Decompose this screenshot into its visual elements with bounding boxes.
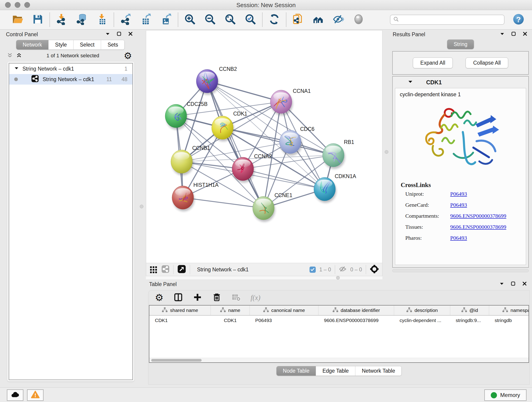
show-columns-icon[interactable] [174, 293, 183, 303]
tab-string[interactable]: String [447, 40, 474, 49]
network-edge[interactable] [183, 198, 264, 208]
panel-menu-icon[interactable] [105, 31, 110, 38]
section-collapse-arrow-icon[interactable] [408, 79, 413, 85]
table-row[interactable]: CDK1CDK1P064939606.ENSP00000378699cyclin… [149, 316, 529, 325]
selected-checkbox-icon[interactable] [310, 267, 316, 273]
show-all-button[interactable] [352, 13, 365, 26]
gene-section-header[interactable]: CDK1 [393, 77, 528, 88]
table-cell[interactable]: cyclin-dependent ... [394, 316, 450, 325]
column-header-shared-name[interactable]: shared name [149, 306, 211, 315]
delete-table-icon[interactable] [231, 293, 241, 303]
collapse-all-icon[interactable] [7, 52, 13, 59]
right-splitter-handle[interactable] [385, 150, 388, 154]
table-cell[interactable]: 9606.ENSP00000378699 [318, 316, 394, 325]
network-node[interactable] [279, 130, 302, 156]
memory-button[interactable]: Memory [484, 389, 526, 401]
add-column-icon[interactable] [193, 293, 202, 303]
column-header-canonical-name[interactable]: canonical name [250, 306, 318, 315]
network-node[interactable] [196, 70, 219, 95]
crosslink-link[interactable]: P06493 [450, 235, 467, 241]
network-collection-row[interactable]: String Network – cdk1 1 [9, 64, 133, 74]
table-horizontal-scrollbar[interactable] [149, 358, 529, 362]
export-network-button[interactable] [120, 13, 132, 26]
table-cell[interactable]: stringdb:9... [450, 316, 489, 325]
column-header-description[interactable]: description [394, 306, 450, 315]
first-neighbors-button[interactable] [312, 13, 324, 26]
close-panel-icon[interactable] [522, 31, 528, 38]
tab-sets[interactable]: Sets [101, 40, 124, 50]
network-node[interactable] [323, 143, 345, 169]
export-image-button[interactable] [160, 13, 172, 26]
zoom-fit-button[interactable] [224, 13, 236, 26]
zoom-out-button[interactable] [204, 13, 216, 26]
results-scrollbar[interactable] [392, 269, 529, 272]
network-node[interactable] [212, 116, 234, 141]
close-panel-icon[interactable] [522, 281, 527, 287]
network-node[interactable] [314, 177, 336, 203]
crosslink-link[interactable]: 9606.ENSP00000378699 [450, 224, 506, 230]
expand-all-button[interactable]: Expand All [413, 57, 453, 68]
network-node[interactable] [253, 196, 275, 222]
column-header-name[interactable]: name [211, 306, 250, 315]
bottom-splitter-handle[interactable] [336, 276, 340, 280]
import-network-from-file-button[interactable] [56, 13, 68, 26]
cloud-button[interactable] [7, 389, 23, 401]
table-cell[interactable]: P06493 [250, 316, 318, 325]
collapse-arrow-icon[interactable] [14, 66, 19, 72]
help-button[interactable]: ? [512, 13, 525, 26]
network-node[interactable] [270, 90, 293, 115]
panel-menu-icon[interactable] [500, 31, 505, 38]
network-share-view-icon[interactable] [161, 265, 170, 274]
import-network-from-database-button[interactable] [76, 13, 88, 26]
float-panel-icon[interactable] [510, 281, 516, 287]
tab-edge-table[interactable]: Edge Table [316, 366, 355, 376]
network-canvas[interactable]: CCNB2CCNA1CDC25BCDK1CDC6RB1CCNB1CCNA2CDK… [146, 30, 382, 263]
search-input[interactable] [401, 17, 501, 23]
birds-eye-view-icon[interactable] [177, 265, 186, 274]
tab-style[interactable]: Style [48, 40, 73, 50]
delete-column-trash-icon[interactable] [212, 293, 221, 303]
network-row[interactable]: String Network – cdk1 11 48 [9, 74, 133, 85]
crosshair-icon[interactable] [370, 264, 379, 274]
share-document-button[interactable] [292, 13, 304, 26]
left-splitter-handle[interactable] [140, 205, 143, 208]
scrollbar-thumb[interactable] [151, 359, 202, 362]
tab-network[interactable]: Network [16, 40, 48, 50]
function-builder-icon[interactable]: f(x) [251, 294, 260, 302]
zoom-selected-button[interactable] [244, 13, 257, 26]
float-panel-icon[interactable] [511, 31, 516, 38]
table-cell[interactable]: stringdb [489, 316, 529, 325]
horizontal-splitter[interactable] [146, 276, 382, 279]
network-node[interactable] [172, 186, 195, 211]
crosslink-link[interactable]: 9606.ENSP00000378699 [450, 213, 506, 219]
network-node[interactable] [165, 104, 188, 130]
collapse-all-button[interactable]: Collapse All [466, 57, 508, 68]
network-node[interactable] [171, 150, 193, 175]
import-table-from-file-button[interactable] [96, 13, 108, 26]
expand-all-icon[interactable] [16, 52, 22, 59]
network-options-gear-icon[interactable]: ⚙ [124, 51, 132, 60]
tab-select[interactable]: Select [73, 40, 101, 50]
tab-network-table[interactable]: Network Table [355, 366, 401, 376]
float-panel-icon[interactable] [116, 31, 122, 38]
column-header--id[interactable]: @id [450, 306, 489, 315]
close-panel-icon[interactable] [128, 31, 133, 38]
hidden-eye-slash-icon[interactable] [339, 265, 347, 274]
warning-button[interactable] [27, 389, 44, 401]
table-cell[interactable]: CDK1 [211, 316, 250, 325]
column-header-database-identifier[interactable]: database identifier [318, 306, 394, 315]
apply-layout-button[interactable] [268, 13, 280, 26]
grid-view-icon[interactable] [149, 265, 158, 274]
table-cell[interactable]: CDK1 [149, 316, 211, 325]
crosslink-link[interactable]: P06493 [450, 202, 467, 208]
zoom-in-button[interactable] [184, 13, 196, 26]
export-table-button[interactable] [140, 13, 152, 26]
open-session-button[interactable] [12, 13, 24, 26]
search-box[interactable] [390, 15, 505, 25]
column-header-namespace[interactable]: namespace [489, 306, 529, 315]
table-mode-gear-icon[interactable]: ⚙ [155, 293, 164, 303]
hide-selected-button[interactable] [332, 13, 345, 26]
tab-node-table[interactable]: Node Table [277, 366, 316, 376]
save-session-button[interactable] [32, 13, 44, 26]
panel-menu-icon[interactable] [499, 281, 505, 287]
